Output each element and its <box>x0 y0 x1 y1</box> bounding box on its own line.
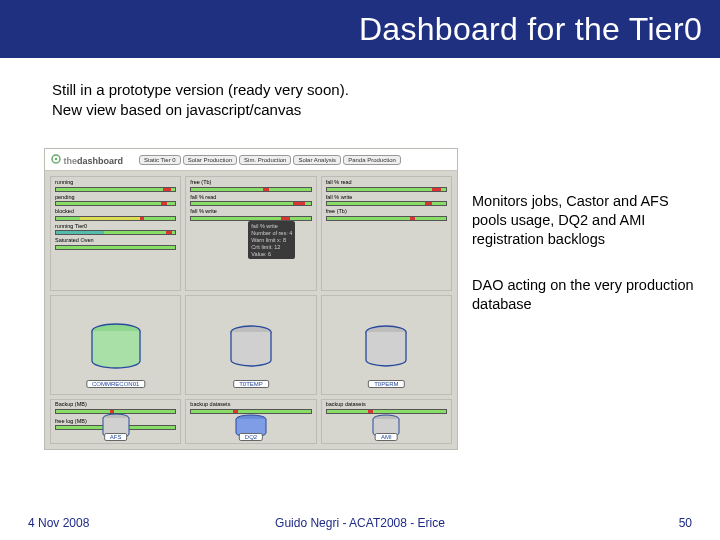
subtitle: Still in a prototype version (ready very… <box>52 80 349 121</box>
svg-point-1 <box>55 157 57 159</box>
cylinder-icon <box>364 324 408 370</box>
panel-castor-perm: fall % read fall % write free (Tb) <box>321 176 452 291</box>
panel-commrecon: COMMRECON01 <box>50 295 181 395</box>
panel-castor-temp: free (Tb) fall % read fall % write fail … <box>185 176 316 291</box>
bar-row: free (Tb) <box>326 209 447 221</box>
dashboard-tab[interactable]: Static Tier 0 <box>139 155 181 165</box>
bar-row: backup datasets <box>326 402 447 414</box>
cylinder-label: AMI <box>375 433 398 441</box>
panel-afs: Backup (MB) free log (MB) AFS <box>50 399 181 444</box>
bar-row: backup datasets <box>190 402 311 414</box>
logo-prefix: the <box>64 156 78 166</box>
panel-dq2: backup datasets DQ2 <box>185 399 316 444</box>
dashboard-panels: running pending blocked running Tier0 Sa… <box>45 171 457 449</box>
bar-row: running <box>55 180 176 192</box>
cylinder-label: T0PERM <box>368 380 404 388</box>
dashboard-header: thedashboard Static Tier 0 Solar Product… <box>45 149 457 171</box>
panel-jobs: running pending blocked running Tier0 Sa… <box>50 176 181 291</box>
title-bar: Dashboard for the Tier0 <box>0 0 720 58</box>
dashboard-tab[interactable]: Solar Analysis <box>293 155 341 165</box>
dashboard-screenshot: thedashboard Static Tier 0 Solar Product… <box>44 148 458 450</box>
cylinder-icon <box>90 322 142 372</box>
note-monitors: Monitors jobs, Castor and AFS pools usag… <box>472 192 700 249</box>
subtitle-line: New view based on javascript/canvas <box>52 100 349 120</box>
bar-row: Saturated Oven <box>55 238 176 250</box>
slide: Dashboard for the Tier0 Still in a proto… <box>0 0 720 540</box>
cylinder-label: DQ2 <box>239 433 263 441</box>
footer-page: 50 <box>679 516 692 530</box>
note-dao: DAO acting on the very production databa… <box>472 276 700 314</box>
bar-row: blocked <box>55 209 176 221</box>
logo-text: dashboard <box>77 156 123 166</box>
dashboard-tab[interactable]: Solar Production <box>183 155 237 165</box>
bar-row: fall % write <box>326 195 447 207</box>
bar-row: fall % read <box>326 180 447 192</box>
panel-ami: backup datasets AMI <box>321 399 452 444</box>
gear-icon <box>51 154 61 164</box>
dashboard-tabs: Static Tier 0 Solar Production Sim. Prod… <box>139 155 401 165</box>
subtitle-line: Still in a prototype version (ready very… <box>52 80 349 100</box>
footer: 4 Nov 2008 Guido Negri - ACAT2008 - Eric… <box>0 506 720 540</box>
cylinder-label: AFS <box>104 433 128 441</box>
cylinder-label: T0TEMP <box>233 380 269 388</box>
cylinder-label: COMMRECON01 <box>86 380 145 388</box>
slide-title: Dashboard for the Tier0 <box>359 11 702 48</box>
dashboard-tab[interactable]: Sim. Production <box>239 155 291 165</box>
footer-center: Guido Negri - ACAT2008 - Erice <box>275 516 445 530</box>
panel-t0temp: T0TEMP <box>185 295 316 395</box>
footer-date: 4 Nov 2008 <box>28 516 89 530</box>
bar-row: fall % read <box>190 195 311 207</box>
bar-row: free (Tb) <box>190 180 311 192</box>
cylinder-icon <box>229 324 273 370</box>
dashboard-tab[interactable]: Panda Production <box>343 155 401 165</box>
bar-row: running Tier0 <box>55 224 176 236</box>
dashboard-logo: thedashboard <box>51 154 123 166</box>
panel-t0perm: T0PERM <box>321 295 452 395</box>
tooltip: fail % write Number of res: 4 Warn limit… <box>248 221 295 259</box>
bar-row: pending <box>55 195 176 207</box>
bar-row: fall % write <box>190 209 311 221</box>
